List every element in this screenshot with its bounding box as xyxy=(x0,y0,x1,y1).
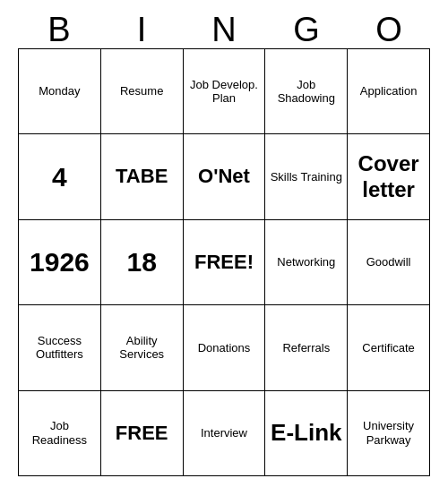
bingo-cell: 18 xyxy=(101,220,184,305)
header-letter: B xyxy=(18,11,100,48)
bingo-cell: Success Outfitters xyxy=(19,305,101,390)
bingo-cell: E-Link xyxy=(265,391,348,476)
bingo-cell: FREE xyxy=(101,391,184,476)
bingo-cell: Application xyxy=(348,49,430,134)
header-letter: O xyxy=(348,11,430,48)
bingo-cell: University Parkway xyxy=(348,391,430,476)
bingo-cell: 1926 xyxy=(19,220,101,305)
bingo-cell: Ability Services xyxy=(101,305,184,390)
bingo-cell: O'Net xyxy=(184,134,266,219)
bingo-cell: Networking xyxy=(265,220,348,305)
header-letter: I xyxy=(100,11,183,48)
bingo-cell: Resume xyxy=(101,49,184,134)
bingo-grid: MondayResumeJob Develop. PlanJob Shadowi… xyxy=(18,48,430,476)
bingo-cell: TABE xyxy=(101,134,184,219)
header-letter: N xyxy=(183,11,265,48)
bingo-cell: Job Readiness xyxy=(19,391,101,476)
bingo-cell: Job Develop. Plan xyxy=(184,49,266,134)
bingo-cell: Certificate xyxy=(348,305,430,390)
bingo-header: BINGO xyxy=(18,11,430,48)
bingo-cell: Referrals xyxy=(265,305,348,390)
bingo-cell: Skills Training xyxy=(265,134,348,219)
bingo-cell: Goodwill xyxy=(348,220,430,305)
bingo-cell: Job Shadowing xyxy=(265,49,348,134)
bingo-cell: Cover letter xyxy=(348,134,430,219)
header-letter: G xyxy=(265,11,348,48)
bingo-cell: Donations xyxy=(184,305,266,390)
bingo-cell: 4 xyxy=(19,134,101,219)
bingo-cell: Interview xyxy=(184,391,266,476)
bingo-card: BINGO MondayResumeJob Develop. PlanJob S… xyxy=(18,11,430,476)
bingo-cell: FREE! xyxy=(184,220,266,305)
bingo-cell: Monday xyxy=(19,49,101,134)
